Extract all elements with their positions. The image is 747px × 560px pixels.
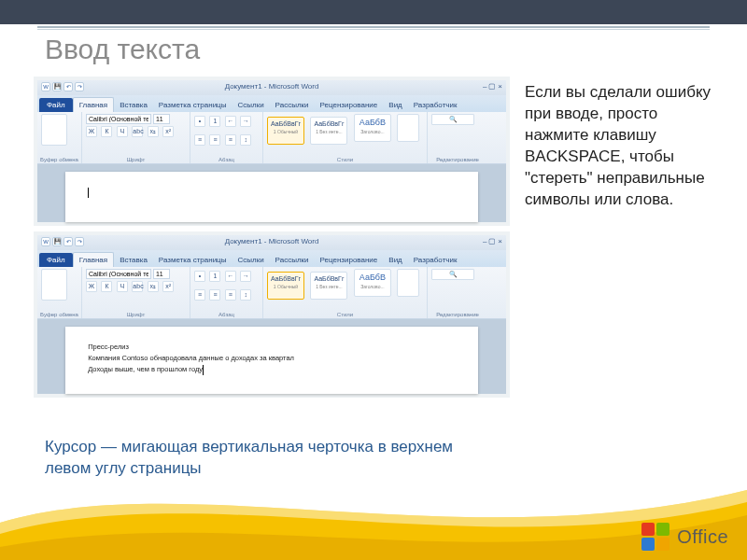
paste-button[interactable] <box>41 269 67 301</box>
align-left-button[interactable]: ≡ <box>194 134 205 146</box>
file-tab[interactable]: Файл <box>39 98 73 112</box>
align-center-button[interactable]: ≡ <box>209 134 220 146</box>
find-button[interactable]: 🔍 <box>431 269 474 280</box>
change-styles-button[interactable] <box>397 269 419 297</box>
text-cursor <box>88 188 89 198</box>
tab-view[interactable]: Вид <box>383 98 407 112</box>
style-card-heading[interactable]: АаБбВЗаголово... <box>354 114 391 142</box>
tab-references[interactable]: Ссылки <box>232 253 269 267</box>
indent-dec-button[interactable]: ← <box>225 271 236 282</box>
bold-button[interactable]: Ж <box>86 126 97 137</box>
word-screenshots: W 💾 ↶ ↷ Документ1 - Microsoft Word – ▢ ×… <box>34 77 510 403</box>
indent-inc-button[interactable]: → <box>240 271 251 282</box>
word-titlebar: W 💾 ↶ ↷ Документ1 - Microsoft Word – ▢ × <box>37 80 506 95</box>
tab-view[interactable]: Вид <box>383 253 407 267</box>
bullets-button[interactable]: • <box>194 271 205 282</box>
tab-review[interactable]: Рецензирование <box>315 253 384 267</box>
underline-button[interactable]: Ч <box>117 126 128 137</box>
indent-inc-button[interactable]: → <box>240 116 251 127</box>
group-clipboard-label: Буфер обмена <box>37 312 81 317</box>
tab-developer[interactable]: Разработчик <box>408 253 463 267</box>
paste-button[interactable] <box>41 114 67 146</box>
window-title: Документ1 - Microsoft Word <box>225 237 319 245</box>
tab-insert[interactable]: Вставка <box>114 253 153 267</box>
ribbon-tabs: Файл Главная Вставка Разметка страницы С… <box>37 250 506 267</box>
doc-line: Пресс-релиз <box>88 342 456 353</box>
redo-icon[interactable]: ↷ <box>75 237 84 246</box>
line-spacing-button[interactable]: ↕ <box>240 134 251 146</box>
align-right-button[interactable]: ≡ <box>225 134 236 146</box>
tab-mailings[interactable]: Рассылки <box>270 253 315 267</box>
numbering-button[interactable]: 1 <box>209 116 220 127</box>
strike-button[interactable]: abc <box>132 281 143 292</box>
tab-developer[interactable]: Разработчик <box>408 98 463 112</box>
window-controls: – ▢ × <box>483 237 502 245</box>
tab-layout[interactable]: Разметка страницы <box>153 98 233 112</box>
style-card-normal[interactable]: АаБбВвГг1 Обычный <box>267 117 304 145</box>
minimize-icon[interactable]: – <box>483 237 486 245</box>
underline-button[interactable]: Ч <box>117 281 128 292</box>
tab-home[interactable]: Главная <box>73 97 114 112</box>
group-styles-label: Стили <box>263 312 427 317</box>
change-styles-button[interactable] <box>397 114 419 142</box>
align-center-button[interactable]: ≡ <box>209 289 220 301</box>
bold-button[interactable]: Ж <box>86 281 97 292</box>
superscript-button[interactable]: x² <box>162 281 174 292</box>
style-card-normal[interactable]: АаБбВвГг1 Обычный <box>267 272 304 300</box>
font-size-input[interactable] <box>153 269 170 279</box>
tab-review[interactable]: Рецензирование <box>315 98 384 112</box>
italic-button[interactable]: К <box>101 126 112 137</box>
italic-button[interactable]: К <box>101 281 112 292</box>
superscript-button[interactable]: x² <box>162 126 174 137</box>
save-icon[interactable]: 💾 <box>52 82 62 91</box>
footer-swoosh <box>0 457 747 560</box>
file-tab[interactable]: Файл <box>39 253 73 267</box>
numbering-button[interactable]: 1 <box>209 271 220 282</box>
group-clipboard-label: Буфер обмена <box>37 157 81 162</box>
document-area: Пресс-релиз Компания Contoso обнародовал… <box>37 319 506 394</box>
font-name-input[interactable] <box>86 269 151 279</box>
window-controls: – ▢ × <box>483 82 502 91</box>
tab-references[interactable]: Ссылки <box>232 98 269 112</box>
slide-title: Ввод текста <box>45 34 200 65</box>
window-title: Документ1 - Microsoft Word <box>225 82 319 91</box>
group-editing: 🔍 Редактирование <box>428 112 487 163</box>
ribbon: Буфер обмена Ж К Ч abc x₂ x² Шрифт <box>37 267 506 319</box>
tab-layout[interactable]: Разметка страницы <box>153 253 233 267</box>
document-page[interactable] <box>65 172 478 222</box>
font-name-input[interactable] <box>86 114 151 124</box>
undo-icon[interactable]: ↶ <box>63 82 73 91</box>
align-right-button[interactable]: ≡ <box>225 289 236 301</box>
font-size-input[interactable] <box>153 114 170 124</box>
redo-icon[interactable]: ↷ <box>75 82 84 91</box>
group-font: Ж К Ч abc x₂ x² Шрифт <box>82 267 190 318</box>
document-page[interactable]: Пресс-релиз Компания Contoso обнародовал… <box>65 327 478 394</box>
align-left-button[interactable]: ≡ <box>194 289 205 301</box>
maximize-icon[interactable]: ▢ <box>488 237 496 245</box>
document-area <box>37 164 506 222</box>
close-icon[interactable]: × <box>498 237 502 245</box>
maximize-icon[interactable]: ▢ <box>488 82 496 91</box>
indent-dec-button[interactable]: ← <box>225 116 236 127</box>
find-button[interactable]: 🔍 <box>431 114 474 125</box>
style-card-heading[interactable]: АаБбВЗаголово... <box>354 269 391 297</box>
undo-icon[interactable]: ↶ <box>63 237 73 246</box>
tab-insert[interactable]: Вставка <box>114 98 153 112</box>
subscript-button[interactable]: x₂ <box>148 126 159 137</box>
office-logo: Office <box>641 523 728 551</box>
slide-divider-2 <box>37 29 710 30</box>
tab-mailings[interactable]: Рассылки <box>270 98 315 112</box>
group-styles: АаБбВвГг1 Обычный АаБбВвГг1 Без инте... … <box>263 112 428 163</box>
style-card-nospacing[interactable]: АаБбВвГг1 Без инте... <box>310 272 347 300</box>
style-card-nospacing[interactable]: АаБбВвГг1 Без инте... <box>310 117 347 145</box>
ribbon: Буфер обмена Ж К Ч abc x₂ x² Шрифт <box>37 112 506 164</box>
line-spacing-button[interactable]: ↕ <box>240 289 251 301</box>
strike-button[interactable]: abc <box>132 126 143 137</box>
minimize-icon[interactable]: – <box>483 82 486 91</box>
tab-home[interactable]: Главная <box>73 252 114 267</box>
bullets-button[interactable]: • <box>194 116 205 127</box>
office-tiles-icon <box>641 523 669 551</box>
subscript-button[interactable]: x₂ <box>148 281 159 292</box>
close-icon[interactable]: × <box>498 82 502 91</box>
save-icon[interactable]: 💾 <box>52 237 62 246</box>
